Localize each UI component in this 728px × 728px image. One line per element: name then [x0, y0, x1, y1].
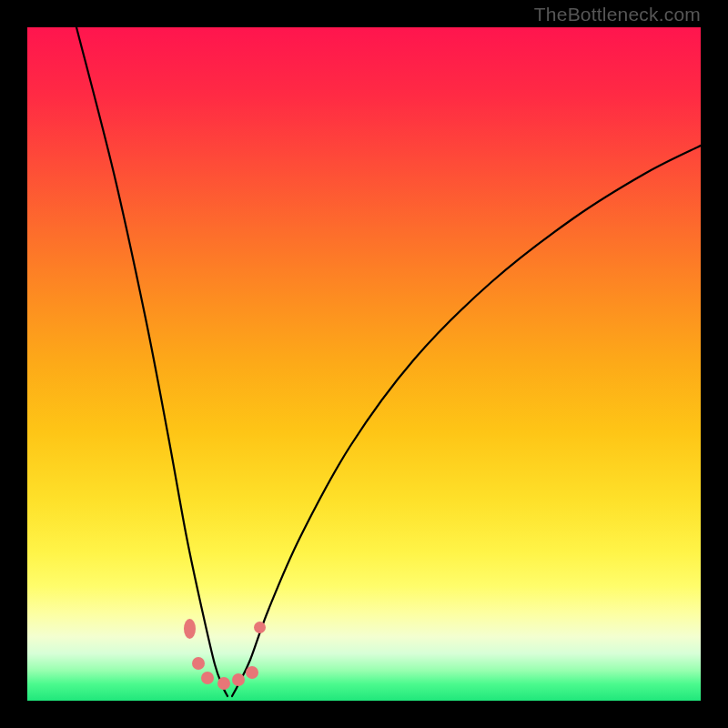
curve-marker: [217, 677, 230, 690]
curve-marker: [246, 666, 258, 679]
curve-marker: [232, 673, 245, 686]
left-curve: [76, 27, 228, 696]
watermark-text: TheBottleneck.com: [534, 4, 701, 25]
plot-area: [27, 27, 701, 701]
right-curve: [232, 146, 701, 696]
curve-marker: [201, 672, 214, 684]
curves: [27, 27, 701, 701]
curve-marker: [184, 619, 196, 639]
curve-marker: [254, 622, 266, 633]
curve-marker: [192, 657, 205, 670]
